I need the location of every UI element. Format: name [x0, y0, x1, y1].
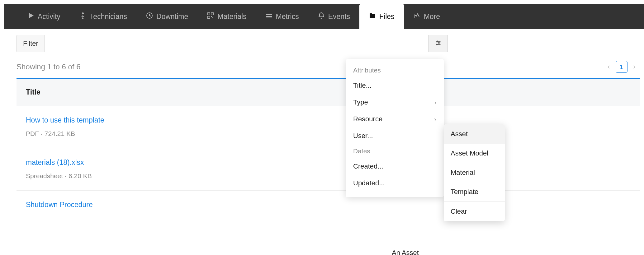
svg-rect-5: [211, 16, 212, 17]
resource-template[interactable]: Template: [444, 182, 505, 202]
svg-rect-2: [208, 13, 210, 15]
page-number[interactable]: 1: [616, 61, 627, 73]
folder-icon: [369, 12, 376, 21]
file-meta: Spreadsheet·6.20 KB: [26, 172, 631, 180]
svg-rect-4: [208, 16, 210, 18]
column-header-title[interactable]: Title: [17, 78, 640, 106]
tab-materials[interactable]: Materials: [197, 4, 256, 29]
page-prev[interactable]: ‹: [606, 63, 611, 71]
file-row: materials (18).xlsx Spreadsheet·6.20 KB: [17, 148, 640, 191]
tab-bar: Activity Technicians Downtime Materials …: [4, 4, 644, 29]
tab-events[interactable]: Events: [308, 4, 359, 29]
attr-created[interactable]: Created...: [346, 158, 444, 175]
chevron-right-icon: ›: [434, 116, 436, 123]
file-meta: PDF·724.21 KB: [26, 130, 631, 137]
dropdown-header: Attributes: [346, 63, 444, 77]
svg-rect-8: [266, 16, 272, 17]
page-next[interactable]: ›: [632, 63, 637, 71]
person-icon: [79, 12, 87, 21]
svg-rect-7: [266, 14, 272, 15]
chart-icon: [413, 12, 421, 21]
filter-settings-button[interactable]: [429, 35, 448, 52]
tab-technicians[interactable]: Technicians: [70, 4, 136, 29]
metrics-icon: [265, 12, 273, 21]
file-row: How to use this template PDF·724.21 KB: [17, 106, 640, 148]
attr-updated[interactable]: Updated...: [346, 175, 444, 192]
file-link[interactable]: Shutdown Procedure: [26, 201, 93, 209]
svg-rect-6: [212, 17, 213, 18]
dropdown-header: Dates: [346, 144, 444, 158]
attr-resource[interactable]: Resource ›: [346, 111, 444, 128]
file-type: Spreadsheet: [26, 172, 63, 179]
svg-point-12: [438, 42, 439, 43]
file-row: Shutdown Procedure: [17, 191, 640, 218]
svg-point-14: [436, 44, 437, 45]
file-type: PDF: [26, 130, 39, 137]
clock-icon: [146, 12, 153, 21]
tab-label: Technicians: [90, 12, 127, 21]
tab-files[interactable]: Files: [359, 4, 404, 29]
attr-type[interactable]: Type ›: [346, 94, 444, 111]
filter-input[interactable]: [45, 35, 429, 52]
svg-point-10: [437, 41, 438, 42]
sliders-icon: [435, 40, 441, 47]
resource-material[interactable]: Material: [444, 163, 505, 182]
tab-label: More: [424, 12, 440, 21]
chevron-right-icon: ›: [434, 99, 436, 106]
file-size: 724.21 KB: [45, 130, 75, 137]
file-link[interactable]: How to use this template: [26, 116, 104, 124]
filter-label: Filter: [17, 35, 45, 52]
tab-label: Materials: [217, 12, 246, 21]
filter-bar: Filter: [17, 35, 448, 52]
resource-submenu: Asset Asset Model Material Template Clea…: [444, 124, 505, 221]
resource-asset[interactable]: Asset: [444, 124, 505, 144]
tab-label: Metrics: [276, 12, 299, 21]
tab-downtime[interactable]: Downtime: [136, 4, 197, 29]
tab-metrics[interactable]: Metrics: [256, 4, 308, 29]
svg-rect-3: [211, 13, 213, 15]
resource-asset-model[interactable]: Asset Model: [444, 144, 505, 163]
attr-user[interactable]: User...: [346, 128, 444, 144]
tab-label: Downtime: [156, 12, 188, 21]
resource-clear[interactable]: Clear: [444, 202, 505, 221]
partial-text: An Asset: [392, 249, 419, 255]
qr-icon: [207, 12, 214, 21]
tab-label: Activity: [38, 12, 60, 21]
bell-icon: [318, 12, 325, 21]
file-size: 6.20 KB: [69, 172, 92, 179]
tab-label: Events: [328, 12, 350, 21]
file-link[interactable]: materials (18).xlsx: [26, 158, 84, 167]
tab-activity[interactable]: Activity: [18, 4, 70, 29]
tab-label: Files: [379, 12, 395, 21]
attributes-dropdown: Attributes Title... Type › Resource › Us…: [346, 59, 444, 197]
play-icon: [27, 12, 35, 21]
tab-more[interactable]: More: [404, 4, 449, 29]
svg-point-0: [82, 12, 84, 14]
showing-text: Showing 1 to 6 of 6: [17, 63, 80, 71]
pagination: ‹ 1 ›: [606, 61, 637, 73]
attr-title[interactable]: Title...: [346, 77, 444, 94]
